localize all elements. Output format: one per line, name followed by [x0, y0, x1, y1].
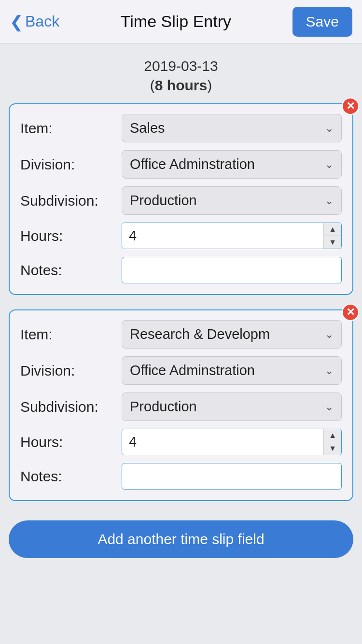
close-x-icon: ✕	[346, 101, 355, 112]
save-button[interactable]: Save	[292, 7, 352, 37]
notes-row-2: Notes:	[20, 463, 342, 490]
add-time-slip-button[interactable]: Add another time slip field	[9, 520, 353, 558]
hours-row-1: Hours: ▲ ▼	[20, 223, 342, 249]
hours-bold: 8 hours	[155, 77, 207, 93]
item-dropdown-arrow-1: ⌄	[325, 122, 334, 135]
hours-display: (8 hours)	[10, 77, 352, 94]
hours-decrement-2[interactable]: ▼	[324, 442, 341, 455]
notes-label-2: Notes:	[20, 468, 122, 485]
hours-label-1: Hours:	[20, 228, 122, 244]
back-button[interactable]: ❮ Back	[10, 12, 59, 31]
notes-control-1	[122, 257, 342, 283]
item-dropdown-2[interactable]: Research & Developm ⌄	[122, 320, 342, 349]
date-display: 2019-03-13	[10, 58, 352, 74]
subdivision-control-1: Production ⌄	[122, 186, 342, 215]
item-dropdown-arrow-2: ⌄	[325, 328, 334, 341]
division-row-2: Division: Office Adminstration ⌄	[20, 356, 342, 385]
division-label-1: Division:	[20, 156, 122, 173]
header: ❮ Back Time Slip Entry Save	[0, 0, 362, 43]
item-label-1: Item:	[20, 120, 122, 137]
division-dropdown-value-2: Office Adminstration	[130, 363, 255, 378]
time-slip-card-1: ✕ Item: Sales ⌄ Division: Office Adminst…	[9, 103, 353, 295]
division-control-1: Office Adminstration ⌄	[122, 150, 342, 179]
subdivision-dropdown-arrow-1: ⌄	[325, 195, 334, 207]
division-control-2: Office Adminstration ⌄	[122, 356, 342, 385]
division-dropdown-arrow-2: ⌄	[325, 364, 334, 377]
subdivision-control-2: Production ⌄	[122, 392, 342, 421]
division-dropdown-value-1: Office Adminstration	[130, 156, 255, 172]
subdivision-dropdown-value-2: Production	[130, 399, 197, 415]
division-dropdown-2[interactable]: Office Adminstration ⌄	[122, 356, 342, 385]
notes-input-1[interactable]	[122, 257, 342, 283]
hours-input-1[interactable]	[122, 223, 323, 249]
hours-decrement-1[interactable]: ▼	[324, 236, 341, 249]
item-label-2: Item:	[20, 326, 122, 343]
notes-control-2	[122, 463, 342, 490]
subdivision-label-1: Subdivision:	[20, 193, 122, 209]
subdivision-dropdown-value-1: Production	[130, 193, 197, 209]
page-title: Time Slip Entry	[121, 12, 231, 31]
back-chevron-icon: ❮	[10, 12, 23, 31]
hours-row-2: Hours: ▲ ▼	[20, 429, 342, 455]
close-icon: ✕	[343, 98, 358, 114]
item-row-2: Item: Research & Developm ⌄	[20, 320, 342, 349]
item-control-2: Research & Developm ⌄	[122, 320, 342, 349]
subdivision-dropdown-1[interactable]: Production ⌄	[122, 186, 342, 215]
division-dropdown-1[interactable]: Office Adminstration ⌄	[122, 150, 342, 179]
hours-label-2: Hours:	[20, 434, 122, 450]
item-dropdown-value-1: Sales	[130, 120, 165, 136]
close-x-icon-2: ✕	[346, 307, 355, 318]
division-dropdown-arrow-1: ⌄	[325, 158, 334, 171]
hours-spinner-2: ▲ ▼	[323, 429, 341, 455]
item-dropdown-1[interactable]: Sales ⌄	[122, 114, 342, 142]
remove-card-1-button[interactable]: ✕	[342, 98, 359, 115]
hours-input-wrapper-1: ▲ ▼	[122, 223, 342, 249]
subdivision-dropdown-arrow-2: ⌄	[325, 401, 334, 413]
time-slip-card-2: ✕ Item: Research & Developm ⌄ Division: …	[9, 309, 353, 501]
hours-increment-2[interactable]: ▲	[324, 429, 341, 442]
hours-input-wrapper-2: ▲ ▼	[122, 429, 342, 455]
notes-input-2[interactable]	[122, 463, 342, 490]
subdivision-row-1: Subdivision: Production ⌄	[20, 186, 342, 215]
hours-control-1: ▲ ▼	[122, 223, 342, 249]
division-label-2: Division:	[20, 363, 122, 379]
subdivision-dropdown-2[interactable]: Production ⌄	[122, 392, 342, 421]
hours-control-2: ▲ ▼	[122, 429, 342, 455]
item-dropdown-value-2: Research & Developm	[130, 326, 270, 342]
notes-row-1: Notes:	[20, 257, 342, 283]
hours-increment-1[interactable]: ▲	[324, 223, 341, 236]
date-section: 2019-03-13 (8 hours)	[0, 43, 362, 103]
item-row-1: Item: Sales ⌄	[20, 114, 342, 142]
hours-spinner-1: ▲ ▼	[323, 223, 341, 249]
add-button-wrapper: Add another time slip field	[0, 516, 362, 577]
remove-card-2-button[interactable]: ✕	[342, 304, 359, 321]
back-label: Back	[25, 13, 59, 30]
subdivision-label-2: Subdivision:	[20, 399, 122, 415]
notes-label-1: Notes:	[20, 262, 122, 279]
division-row-1: Division: Office Adminstration ⌄	[20, 150, 342, 179]
subdivision-row-2: Subdivision: Production ⌄	[20, 392, 342, 421]
hours-input-2[interactable]	[122, 429, 323, 455]
close-icon-2: ✕	[343, 305, 358, 320]
item-control-1: Sales ⌄	[122, 114, 342, 142]
